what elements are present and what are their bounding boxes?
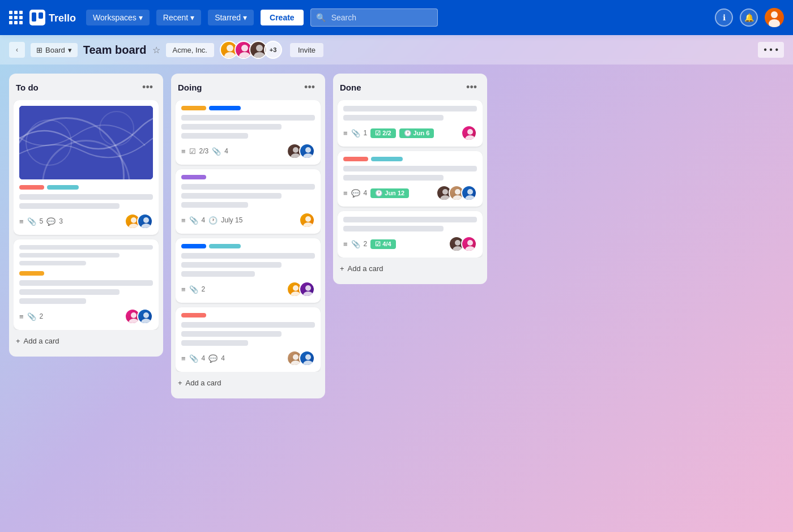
add-card-button-doing[interactable]: + Add a card — [176, 374, 321, 392]
attach-count: 4 — [224, 147, 228, 155]
info-button[interactable]: ℹ — [715, 8, 733, 27]
svg-point-11 — [254, 52, 265, 59]
list-icon: ≡ — [19, 217, 24, 226]
check-badge-text: 2/2 — [382, 130, 391, 136]
check-badge-text: 4/4 — [382, 241, 391, 247]
add-card-button-todo[interactable]: + Add a card — [14, 332, 159, 350]
card-text-line — [181, 124, 282, 130]
card-doing-1[interactable]: ≡ ☑ 2/3 📎 4 — [176, 100, 321, 165]
svg-point-36 — [303, 361, 313, 366]
svg-point-26 — [303, 153, 313, 159]
sidebar-toggle-button[interactable]: ‹ — [9, 42, 25, 58]
card-done-1[interactable]: ≡ 📎 1 ☑ 2/2 🕐 Jun 6 — [338, 100, 483, 147]
star-button[interactable]: ☆ — [152, 45, 160, 55]
check-count: 2/3 — [199, 147, 209, 155]
check-icon: ☑ — [189, 147, 196, 156]
column-todo-header: To do ••• — [14, 80, 159, 95]
starred-menu[interactable]: Starred ▾ — [208, 10, 254, 25]
card-footer-icons: ≡ ☑ 2/3 📎 4 — [181, 147, 282, 156]
svg-point-8 — [241, 45, 248, 52]
label-pink — [19, 185, 44, 190]
svg-point-47 — [467, 240, 473, 246]
svg-text:Trello: Trello — [49, 12, 76, 24]
svg-point-35 — [305, 354, 311, 360]
card-text-line-2 — [19, 203, 120, 209]
card-doing-2[interactable]: ≡ 📎 4 🕐 July 15 — [176, 169, 321, 234]
date-label: July 15 — [221, 216, 242, 224]
add-card-button-done[interactable]: + Add a card — [338, 260, 483, 277]
svg-point-19 — [131, 312, 137, 318]
list-icon: ≡ — [181, 354, 186, 363]
clock-icon: 🕐 — [404, 130, 412, 137]
workspace-label: Acme, Inc. — [173, 46, 207, 54]
member-avatar — [299, 143, 315, 159]
card-members — [287, 143, 315, 159]
board-title: Team board — [83, 44, 147, 57]
check-badge-icon: ☑ — [375, 130, 381, 137]
board-view-chevron-icon: ▾ — [68, 46, 72, 54]
card-text-line — [343, 166, 477, 171]
more-options-button[interactable]: • • • — [758, 42, 784, 58]
card-text-spacer — [19, 261, 86, 265]
date-text: Jun 6 — [413, 130, 430, 136]
create-button[interactable]: Create — [261, 10, 304, 25]
card-text-line — [343, 115, 444, 121]
svg-point-45 — [455, 240, 461, 246]
svg-rect-2 — [39, 12, 43, 19]
comment-count: 4 — [364, 189, 368, 197]
column-done-menu-button[interactable]: ••• — [463, 80, 480, 95]
card-footer: ≡ 📎 2 — [181, 281, 315, 297]
notifications-button[interactable]: 🔔 — [740, 8, 758, 27]
card-text-line — [181, 331, 282, 337]
card-text-line — [181, 262, 282, 268]
list-icon: ≡ — [343, 189, 348, 198]
card-done-2[interactable]: ≡ 💬 4 🕐 Jun 12 — [338, 151, 483, 207]
card-members — [125, 308, 153, 324]
recent-menu[interactable]: Recent ▾ — [156, 10, 201, 25]
svg-point-18 — [141, 224, 151, 229]
user-avatar[interactable] — [765, 8, 784, 27]
svg-point-32 — [303, 291, 313, 297]
column-todo-menu-button[interactable]: ••• — [139, 80, 156, 95]
member-avatar — [299, 212, 315, 228]
card-footer: ≡ 📎 1 ☑ 2/2 🕐 Jun 6 — [343, 125, 477, 141]
svg-point-7 — [224, 52, 236, 59]
member-count-badge[interactable]: +3 — [264, 41, 282, 59]
card-footer: ≡ 💬 4 🕐 Jun 12 — [343, 185, 477, 201]
recent-chevron-icon: ▾ — [190, 13, 194, 22]
svg-point-44 — [465, 195, 475, 201]
card-doing-3[interactable]: ≡ 📎 2 — [176, 238, 321, 303]
board-view-button[interactable]: ⊞ Board ▾ — [31, 43, 78, 57]
member-avatar — [299, 350, 315, 366]
column-done-title: Done — [340, 83, 361, 92]
label-blue — [209, 106, 241, 110]
card-text-line — [181, 193, 282, 199]
svg-point-6 — [227, 45, 233, 52]
grid-menu-icon[interactable] — [9, 11, 23, 24]
trello-logo[interactable]: Trello — [29, 10, 79, 25]
column-todo: To do ••• — [9, 74, 163, 357]
svg-point-10 — [256, 45, 263, 52]
comment-icon: 💬 — [46, 217, 56, 226]
date-badge: 🕐 Jun 6 — [399, 128, 434, 138]
invite-button[interactable]: Invite — [290, 43, 323, 57]
card-todo-1[interactable]: ≡ 📎 5 💬 3 — [14, 100, 159, 235]
card-todo-2[interactable]: ≡ 📎 2 — [14, 239, 159, 330]
workspace-chip[interactable]: Acme, Inc. — [166, 43, 214, 57]
search-input[interactable] — [310, 8, 438, 27]
attach-icon: 📎 — [351, 240, 360, 248]
workspaces-menu[interactable]: Workspaces ▾ — [86, 10, 150, 25]
card-doing-4[interactable]: ≡ 📎 4 💬 4 — [176, 307, 321, 372]
check-badge: ☑ 4/4 — [370, 239, 395, 249]
column-doing-menu-button[interactable]: ••• — [301, 80, 318, 95]
card-members — [299, 212, 315, 228]
svg-point-15 — [131, 217, 137, 223]
comment-icon: 💬 — [351, 189, 360, 198]
card-text-line — [181, 340, 248, 346]
svg-point-27 — [305, 216, 311, 222]
member-avatar — [461, 125, 477, 141]
comment-count: 3 — [59, 217, 63, 225]
card-text-line — [181, 133, 248, 139]
card-done-3[interactable]: ≡ 📎 2 ☑ 4/4 — [338, 211, 483, 258]
add-card-label: Add a card — [186, 379, 221, 387]
